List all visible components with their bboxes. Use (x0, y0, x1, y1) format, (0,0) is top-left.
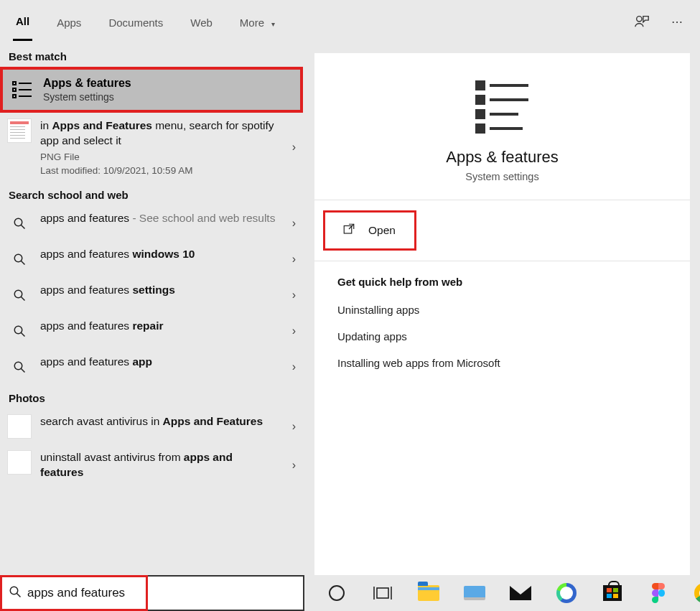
svg-line-10 (21, 261, 24, 264)
more-options-icon[interactable]: ⋯ (670, 14, 686, 29)
web-result-4[interactable]: apps and features repair › (0, 313, 304, 349)
taskbar-edge-icon[interactable] (551, 578, 582, 608)
svg-rect-1 (13, 82, 16, 85)
section-best-match: Best match (0, 43, 304, 67)
web-result-text: apps and features - See school and web r… (40, 211, 276, 226)
chevron-right-icon[interactable]: › (292, 325, 296, 337)
taskbar-task-view-icon[interactable] (368, 578, 398, 608)
apps-features-large-icon (472, 75, 533, 135)
chevron-right-icon[interactable]: › (292, 217, 296, 230)
chevron-right-icon[interactable]: › (292, 141, 296, 154)
chevron-right-icon[interactable]: › (292, 253, 296, 266)
png-thumbnail-icon (7, 118, 32, 143)
chevron-down-icon: ▾ (271, 20, 275, 28)
taskbar-cortana-icon[interactable] (322, 578, 352, 608)
result-details-column: Apps & features System settings Open Get… (304, 43, 700, 575)
search-filter-tabs: All Apps Documents Web More ▾ ⋯ (0, 0, 700, 43)
search-icon (7, 247, 32, 271)
web-result-1[interactable]: apps and features - See school and web r… (0, 205, 304, 241)
search-box[interactable] (0, 575, 304, 611)
photo-result-text: search avast antivirus in Apps and Featu… (40, 414, 276, 429)
file-result-title: in Apps and Features menu, search for sp… (40, 118, 276, 149)
svg-rect-23 (477, 125, 484, 132)
open-label: Open (368, 224, 396, 237)
web-result-3[interactable]: apps and features settings › (0, 277, 304, 313)
help-link-installing-web-apps[interactable]: Installing web apps from Microsoft (314, 350, 690, 376)
search-icon (7, 355, 32, 379)
details-title: Apps & features (446, 148, 559, 167)
svg-rect-19 (477, 96, 484, 103)
file-result-item[interactable]: in Apps and Features menu, search for sp… (0, 113, 304, 182)
chevron-right-icon[interactable]: › (292, 420, 296, 433)
svg-line-16 (21, 368, 24, 372)
search-input[interactable] (23, 583, 297, 603)
search-icon (7, 283, 32, 307)
svg-rect-3 (13, 88, 16, 91)
svg-line-27 (17, 593, 20, 597)
open-external-icon (342, 223, 355, 238)
help-link-updating[interactable]: Updating apps (314, 323, 690, 350)
search-icon (7, 211, 32, 235)
svg-point-0 (637, 17, 642, 22)
photo-result-1[interactable]: search avast antivirus in Apps and Featu… (0, 409, 304, 444)
tab-web[interactable]: Web (187, 4, 215, 40)
svg-line-8 (21, 225, 24, 228)
tab-more[interactable]: More ▾ (237, 4, 278, 40)
svg-line-14 (21, 332, 24, 336)
tab-documents[interactable]: Documents (106, 4, 166, 40)
web-result-text: apps and features app (40, 355, 276, 370)
best-match-title: Apps & features (43, 77, 131, 90)
svg-point-7 (14, 218, 22, 226)
photo-result-text: uninstall avast antivirus from apps and … (40, 450, 276, 480)
search-icon (7, 585, 23, 601)
taskbar-onscreen-keyboard-icon[interactable] (459, 578, 490, 608)
chevron-right-icon[interactable]: › (292, 459, 296, 472)
web-result-text: apps and features settings (40, 283, 276, 298)
web-result-5[interactable]: apps and features app › (0, 349, 304, 385)
web-result-text: apps and features repair (40, 319, 276, 334)
svg-point-15 (14, 362, 22, 370)
details-subtitle: System settings (465, 171, 538, 182)
image-thumbnail-icon (7, 414, 32, 439)
svg-rect-29 (377, 588, 388, 598)
tab-all[interactable]: All (13, 2, 32, 41)
best-match-item[interactable]: Apps & features System settings (0, 67, 303, 113)
tab-apps[interactable]: Apps (54, 4, 84, 40)
svg-rect-21 (477, 111, 484, 118)
best-match-subtitle: System settings (43, 91, 131, 103)
file-result-modified: Last modified: 10/9/2021, 10:59 AM (40, 165, 276, 176)
svg-point-11 (14, 290, 22, 298)
chevron-right-icon[interactable]: › (292, 360, 296, 373)
file-result-type: PNG File (40, 151, 276, 162)
svg-point-9 (14, 254, 22, 262)
image-thumbnail-icon (7, 450, 32, 475)
web-result-text: apps and features windows 10 (40, 247, 276, 262)
feedback-icon[interactable] (634, 14, 650, 29)
svg-rect-5 (13, 95, 16, 98)
taskbar (304, 575, 700, 611)
taskbar-file-explorer-icon[interactable] (414, 578, 444, 608)
photo-result-2[interactable]: uninstall avast antivirus from apps and … (0, 444, 304, 486)
svg-rect-17 (477, 82, 484, 89)
chevron-right-icon[interactable]: › (292, 289, 296, 302)
svg-line-12 (21, 297, 24, 300)
open-button[interactable]: Open (323, 210, 416, 251)
web-result-2[interactable]: apps and features windows 10 › (0, 241, 304, 277)
apps-features-list-icon (10, 78, 34, 102)
taskbar-mail-icon[interactable] (505, 578, 536, 608)
taskbar-chrome-icon[interactable] (689, 578, 700, 608)
section-search-web: Search school and web (0, 182, 304, 205)
tab-more-label: More (240, 17, 264, 29)
help-header: Get quick help from web (314, 261, 690, 297)
taskbar-figma-icon[interactable] (643, 578, 673, 608)
help-link-uninstalling[interactable]: Uninstalling apps (314, 297, 690, 323)
taskbar-microsoft-store-icon[interactable] (597, 578, 627, 608)
search-results-column: Best match Apps & features System settin… (0, 43, 304, 575)
svg-point-13 (14, 326, 22, 334)
section-photos: Photos (0, 385, 304, 409)
search-icon (7, 319, 32, 343)
svg-point-26 (10, 587, 18, 594)
